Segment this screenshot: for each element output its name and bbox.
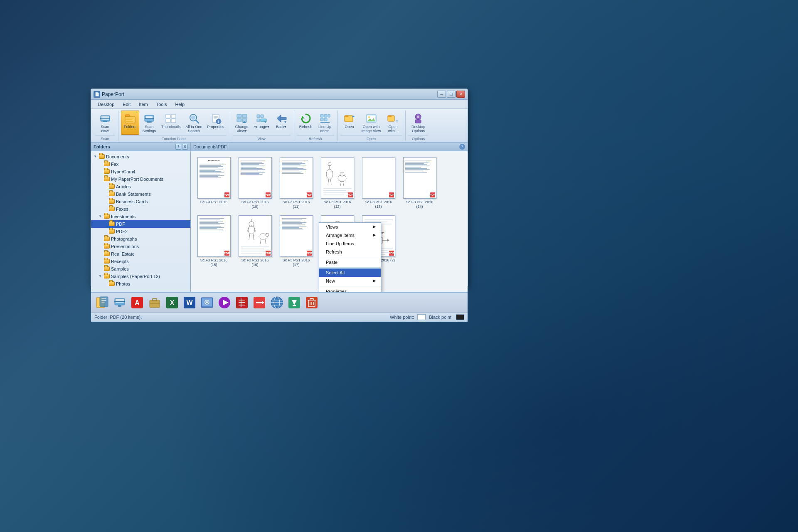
menu-item[interactable]: Item [135, 101, 151, 108]
thumb-item-2[interactable]: PDF Sc F3 PS1 2016 (10) [235, 155, 275, 212]
tree-item-bank[interactable]: Bank Statements [91, 190, 190, 198]
appbar-briefcase[interactable] [147, 295, 163, 310]
open-with-label: Openwith... [388, 125, 398, 133]
folder-help-button[interactable]: ? [175, 144, 181, 150]
tree-item-fax[interactable]: Fax [91, 160, 190, 168]
tree-item-photos[interactable]: Photos [91, 280, 190, 288]
ctx-new[interactable]: New ▶ [319, 277, 381, 285]
tree-item-realestate[interactable]: Real Estate [91, 250, 190, 258]
allinone-button[interactable]: All-in-OneSearch [184, 111, 204, 135]
tree-item-investments[interactable]: ▼ Investments [91, 213, 190, 220]
toolbar-group-open: Open Open withImage View [339, 111, 406, 141]
change-view-button[interactable]: ChangeView▾ [233, 111, 251, 135]
expand-fax[interactable] [98, 162, 103, 167]
expand-realestate[interactable] [98, 251, 103, 256]
appbar-spreadsheet[interactable] [234, 295, 250, 310]
appbar-viewer[interactable] [199, 295, 215, 310]
thumb-item-5[interactable]: PDF Sc F3 PS1 2016 (13) [359, 155, 398, 212]
tree-item-presentations[interactable]: Presentations [91, 243, 190, 250]
expand-pdf[interactable] [103, 222, 108, 227]
open-image-button[interactable]: Open withImage View [360, 111, 383, 135]
expand-investments[interactable]: ▼ [98, 214, 103, 219]
expand-pdf2[interactable] [103, 229, 108, 234]
thumb-item-8[interactable]: PDF Sc F3 PS1 2016 (16) [235, 213, 275, 270]
menu-help[interactable]: Help [172, 101, 188, 108]
appbar-redline[interactable] [251, 295, 267, 310]
appbar-paperport[interactable] [94, 295, 110, 310]
appbar-word[interactable]: W [182, 295, 197, 310]
back-button[interactable]: Back▾ [272, 111, 291, 135]
appbar-browser[interactable] [269, 295, 285, 310]
scan-settings-button[interactable]: ScanSettings [140, 111, 158, 135]
word-icon: W [183, 296, 196, 309]
ctx-arrange[interactable]: Arrange Items ▶ [319, 231, 381, 239]
expand-hypercam4[interactable] [98, 169, 103, 174]
tree-item-photographs[interactable]: Photographs [91, 235, 190, 243]
expand-receipts[interactable] [98, 259, 103, 264]
expand-samples[interactable] [98, 266, 103, 271]
scan-now-button[interactable]: ScanNow [96, 111, 114, 135]
expand-photographs[interactable] [98, 236, 103, 241]
desktop-options-button[interactable]: DesktopOptions [409, 111, 427, 135]
menu-tools[interactable]: Tools [153, 101, 170, 108]
minimize-button[interactable]: ─ [437, 91, 446, 98]
folders-button[interactable]: Folders [121, 111, 139, 135]
tree-item-business[interactable]: Business Cards [91, 198, 190, 205]
expand-samples12[interactable]: ▼ [98, 274, 103, 279]
tree-item-hypercam4[interactable]: HyperCam4 [91, 168, 190, 175]
thumb-label-1: Sc F3 PS1 2016 [200, 200, 228, 204]
thumb-item-1[interactable]: EXAMINATION [194, 155, 234, 212]
appbar-acrobat[interactable]: A [129, 295, 145, 310]
tree-item-pdf[interactable]: PDF [91, 220, 190, 228]
thumb-item-9[interactable]: PDF Sc F3 PS1 2016 (17) [276, 213, 316, 270]
thumb-item-3[interactable]: PDF Sc F3 PS1 2016 (11) [276, 155, 316, 212]
expand-documents[interactable]: ▼ [93, 154, 98, 159]
appbar-excel[interactable]: X [164, 295, 180, 310]
expand-presentations[interactable] [98, 244, 103, 249]
tree-item-samples12[interactable]: ▼ Samples (PaperPort 12) [91, 273, 190, 280]
folder-close-button[interactable]: ✕ [182, 144, 188, 150]
samples12-label: Samples (PaperPort 12) [111, 274, 160, 279]
thumb-image-9: PDF [280, 215, 313, 257]
thumb-item-6[interactable]: PDF Sc F3 PS1 2016 (14) [400, 155, 439, 212]
tree-item-paperport-docs[interactable]: My PaperPort Documents [91, 175, 190, 183]
expand-faxes[interactable] [103, 207, 108, 212]
restore-button[interactable]: ❐ [447, 91, 456, 98]
lineup-button[interactable]: Line UpItems [316, 111, 334, 135]
menu-edit[interactable]: Edit [119, 101, 134, 108]
thumb-item-7[interactable]: PDF Sc F3 PS1 2016 (15) [194, 213, 234, 270]
folder-tree: ▼ Documents Fax [91, 151, 190, 292]
svg-text:A: A [135, 299, 140, 306]
refresh-button[interactable]: Refresh [297, 111, 315, 135]
ctx-views[interactable]: Views ▶ [319, 223, 381, 231]
expand-bank[interactable] [103, 192, 108, 197]
tree-item-documents[interactable]: ▼ Documents [91, 153, 190, 160]
open-with-button[interactable]: ... Openwith... [384, 111, 402, 135]
white-point-label: White point: [390, 315, 414, 320]
ctx-properties[interactable]: Properties [319, 287, 381, 292]
ctx-selectall[interactable]: Select All [319, 268, 381, 277]
expand-paperport-docs[interactable] [98, 177, 103, 182]
appbar-scan[interactable] [112, 295, 128, 310]
properties-button[interactable]: i Properties [205, 111, 227, 135]
tree-item-samples[interactable]: Samples [91, 265, 190, 273]
ctx-paste[interactable]: Paste [319, 258, 381, 266]
tree-item-receipts[interactable]: Receipts [91, 258, 190, 265]
expand-photos[interactable] [103, 281, 108, 286]
thumb-item-4[interactable]: PDF Sc F3 PS1 2016 (12) [318, 155, 357, 212]
tree-item-articles[interactable]: Articles [91, 183, 190, 190]
open-button[interactable]: Open [340, 111, 359, 135]
appbar-media[interactable] [217, 295, 232, 310]
tree-item-pdf2[interactable]: PDF2 [91, 228, 190, 235]
appbar-program[interactable] [286, 295, 302, 310]
ctx-refresh[interactable]: Refresh [319, 248, 381, 256]
arrange-button[interactable]: Arrange▾ [252, 111, 271, 135]
tree-item-faxes[interactable]: Faxes [91, 205, 190, 213]
menu-desktop[interactable]: Desktop [94, 101, 118, 108]
appbar-uninstall[interactable] [304, 295, 320, 310]
ctx-lineup[interactable]: Line Up Items [319, 239, 381, 248]
expand-articles[interactable] [103, 184, 108, 189]
expand-business[interactable] [103, 199, 108, 204]
close-button[interactable]: ✕ [456, 91, 465, 98]
thumbnails-button[interactable]: Thumbnails [159, 111, 183, 135]
